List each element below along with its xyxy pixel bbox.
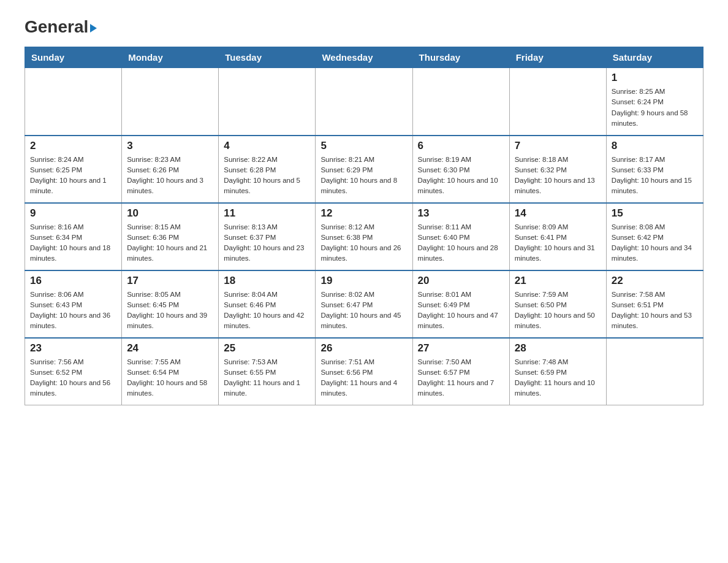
calendar-cell: 2Sunrise: 8:24 AMSunset: 6:25 PMDaylight… bbox=[25, 136, 122, 203]
day-info: Sunrise: 8:01 AMSunset: 6:49 PMDaylight:… bbox=[418, 289, 504, 332]
calendar-cell: 20Sunrise: 8:01 AMSunset: 6:49 PMDayligh… bbox=[412, 270, 509, 338]
calendar-cell: 3Sunrise: 8:23 AMSunset: 6:26 PMDaylight… bbox=[122, 136, 219, 203]
day-number: 8 bbox=[612, 140, 698, 152]
day-number: 26 bbox=[320, 342, 407, 354]
day-info: Sunrise: 7:51 AMSunset: 6:56 PMDaylight:… bbox=[320, 357, 407, 399]
weekday-header: Monday bbox=[122, 47, 219, 68]
day-info: Sunrise: 8:17 AMSunset: 6:33 PMDaylight:… bbox=[612, 155, 698, 197]
logo-general: General bbox=[25, 18, 97, 36]
day-info: Sunrise: 8:16 AMSunset: 6:34 PMDaylight:… bbox=[30, 222, 116, 264]
weekday-header: Saturday bbox=[606, 47, 703, 68]
calendar-cell: 25Sunrise: 7:53 AMSunset: 6:55 PMDayligh… bbox=[219, 338, 316, 405]
calendar-cell: 9Sunrise: 8:16 AMSunset: 6:34 PMDaylight… bbox=[25, 203, 122, 270]
day-number: 25 bbox=[224, 342, 310, 354]
day-number: 17 bbox=[127, 275, 213, 287]
day-info: Sunrise: 8:21 AMSunset: 6:29 PMDaylight:… bbox=[320, 155, 407, 197]
day-number: 23 bbox=[30, 342, 116, 354]
day-info: Sunrise: 8:23 AMSunset: 6:26 PMDaylight:… bbox=[127, 155, 213, 197]
weekday-header: Tuesday bbox=[219, 47, 316, 68]
day-number: 4 bbox=[224, 140, 310, 152]
day-info: Sunrise: 8:04 AMSunset: 6:46 PMDaylight:… bbox=[224, 289, 310, 332]
day-number: 16 bbox=[30, 275, 116, 287]
calendar-cell: 24Sunrise: 7:55 AMSunset: 6:54 PMDayligh… bbox=[122, 338, 219, 405]
day-number: 12 bbox=[320, 207, 407, 220]
calendar-cell: 10Sunrise: 8:15 AMSunset: 6:36 PMDayligh… bbox=[122, 203, 219, 270]
calendar-cell: 5Sunrise: 8:21 AMSunset: 6:29 PMDaylight… bbox=[316, 136, 412, 203]
calendar-cell: 6Sunrise: 8:19 AMSunset: 6:30 PMDaylight… bbox=[412, 136, 509, 203]
day-info: Sunrise: 7:56 AMSunset: 6:52 PMDaylight:… bbox=[30, 357, 116, 399]
calendar-cell bbox=[606, 338, 703, 405]
day-number: 2 bbox=[30, 140, 116, 152]
day-info: Sunrise: 8:22 AMSunset: 6:28 PMDaylight:… bbox=[224, 155, 310, 197]
calendar-cell: 7Sunrise: 8:18 AMSunset: 6:32 PMDaylight… bbox=[509, 136, 606, 203]
day-number: 14 bbox=[515, 207, 601, 220]
day-number: 27 bbox=[418, 342, 504, 354]
weekday-header: Friday bbox=[509, 47, 606, 68]
calendar-cell: 8Sunrise: 8:17 AMSunset: 6:33 PMDaylight… bbox=[606, 136, 703, 203]
day-number: 21 bbox=[515, 275, 601, 287]
calendar-cell: 17Sunrise: 8:05 AMSunset: 6:45 PMDayligh… bbox=[122, 270, 219, 338]
day-info: Sunrise: 8:11 AMSunset: 6:40 PMDaylight:… bbox=[418, 222, 504, 264]
day-number: 20 bbox=[418, 275, 504, 287]
day-info: Sunrise: 8:19 AMSunset: 6:30 PMDaylight:… bbox=[418, 155, 504, 197]
calendar-cell: 28Sunrise: 7:48 AMSunset: 6:59 PMDayligh… bbox=[509, 338, 606, 405]
day-info: Sunrise: 7:59 AMSunset: 6:50 PMDaylight:… bbox=[515, 289, 601, 332]
day-info: Sunrise: 8:24 AMSunset: 6:25 PMDaylight:… bbox=[30, 155, 116, 197]
calendar-week-row: 16Sunrise: 8:06 AMSunset: 6:43 PMDayligh… bbox=[25, 270, 703, 338]
day-info: Sunrise: 8:09 AMSunset: 6:41 PMDaylight:… bbox=[515, 222, 601, 264]
day-info: Sunrise: 7:48 AMSunset: 6:59 PMDaylight:… bbox=[515, 357, 601, 399]
calendar-cell bbox=[122, 68, 219, 136]
weekday-header: Sunday bbox=[25, 47, 122, 68]
calendar-cell bbox=[412, 68, 509, 136]
day-number: 28 bbox=[515, 342, 601, 354]
calendar-cell: 12Sunrise: 8:12 AMSunset: 6:38 PMDayligh… bbox=[316, 203, 412, 270]
day-info: Sunrise: 7:58 AMSunset: 6:51 PMDaylight:… bbox=[612, 289, 698, 332]
weekday-header: Thursday bbox=[412, 47, 509, 68]
day-number: 7 bbox=[515, 140, 601, 152]
day-number: 5 bbox=[320, 140, 407, 152]
day-info: Sunrise: 8:13 AMSunset: 6:37 PMDaylight:… bbox=[224, 222, 310, 264]
day-info: Sunrise: 8:06 AMSunset: 6:43 PMDaylight:… bbox=[30, 289, 116, 332]
day-number: 3 bbox=[127, 140, 213, 152]
calendar-cell: 22Sunrise: 7:58 AMSunset: 6:51 PMDayligh… bbox=[606, 270, 703, 338]
calendar-week-row: 9Sunrise: 8:16 AMSunset: 6:34 PMDaylight… bbox=[25, 203, 703, 270]
day-info: Sunrise: 8:05 AMSunset: 6:45 PMDaylight:… bbox=[127, 289, 213, 332]
calendar-cell: 18Sunrise: 8:04 AMSunset: 6:46 PMDayligh… bbox=[219, 270, 316, 338]
day-info: Sunrise: 8:02 AMSunset: 6:47 PMDaylight:… bbox=[320, 289, 407, 332]
calendar-cell: 19Sunrise: 8:02 AMSunset: 6:47 PMDayligh… bbox=[316, 270, 412, 338]
day-number: 9 bbox=[30, 207, 116, 220]
day-number: 19 bbox=[320, 275, 407, 287]
day-number: 22 bbox=[612, 275, 698, 287]
day-number: 18 bbox=[224, 275, 310, 287]
calendar-week-row: 2Sunrise: 8:24 AMSunset: 6:25 PMDaylight… bbox=[25, 136, 703, 203]
day-info: Sunrise: 8:25 AMSunset: 6:24 PMDaylight:… bbox=[612, 86, 698, 129]
calendar-cell: 16Sunrise: 8:06 AMSunset: 6:43 PMDayligh… bbox=[25, 270, 122, 338]
calendar-cell: 1Sunrise: 8:25 AMSunset: 6:24 PMDaylight… bbox=[606, 68, 703, 136]
calendar-week-row: 23Sunrise: 7:56 AMSunset: 6:52 PMDayligh… bbox=[25, 338, 703, 405]
calendar-cell bbox=[219, 68, 316, 136]
calendar-header-row: SundayMondayTuesdayWednesdayThursdayFrid… bbox=[25, 47, 703, 68]
calendar-cell bbox=[316, 68, 412, 136]
calendar-cell bbox=[509, 68, 606, 136]
day-number: 11 bbox=[224, 207, 310, 220]
calendar-cell: 15Sunrise: 8:08 AMSunset: 6:42 PMDayligh… bbox=[606, 203, 703, 270]
day-info: Sunrise: 7:55 AMSunset: 6:54 PMDaylight:… bbox=[127, 357, 213, 399]
day-number: 13 bbox=[418, 207, 504, 220]
day-number: 15 bbox=[612, 207, 698, 220]
day-number: 24 bbox=[127, 342, 213, 354]
day-info: Sunrise: 7:50 AMSunset: 6:57 PMDaylight:… bbox=[418, 357, 504, 399]
calendar-table: SundayMondayTuesdayWednesdayThursdayFrid… bbox=[25, 47, 703, 405]
calendar-cell: 23Sunrise: 7:56 AMSunset: 6:52 PMDayligh… bbox=[25, 338, 122, 405]
calendar-cell: 14Sunrise: 8:09 AMSunset: 6:41 PMDayligh… bbox=[509, 203, 606, 270]
calendar-cell: 13Sunrise: 8:11 AMSunset: 6:40 PMDayligh… bbox=[412, 203, 509, 270]
calendar-cell: 11Sunrise: 8:13 AMSunset: 6:37 PMDayligh… bbox=[219, 203, 316, 270]
calendar-cell: 21Sunrise: 7:59 AMSunset: 6:50 PMDayligh… bbox=[509, 270, 606, 338]
calendar-cell: 26Sunrise: 7:51 AMSunset: 6:56 PMDayligh… bbox=[316, 338, 412, 405]
calendar-cell bbox=[25, 68, 122, 136]
logo-triangle-icon bbox=[90, 24, 97, 33]
calendar-week-row: 1Sunrise: 8:25 AMSunset: 6:24 PMDaylight… bbox=[25, 68, 703, 136]
weekday-header: Wednesday bbox=[316, 47, 412, 68]
day-info: Sunrise: 8:15 AMSunset: 6:36 PMDaylight:… bbox=[127, 222, 213, 264]
day-info: Sunrise: 8:08 AMSunset: 6:42 PMDaylight:… bbox=[612, 222, 698, 264]
logo: General bbox=[25, 18, 97, 34]
